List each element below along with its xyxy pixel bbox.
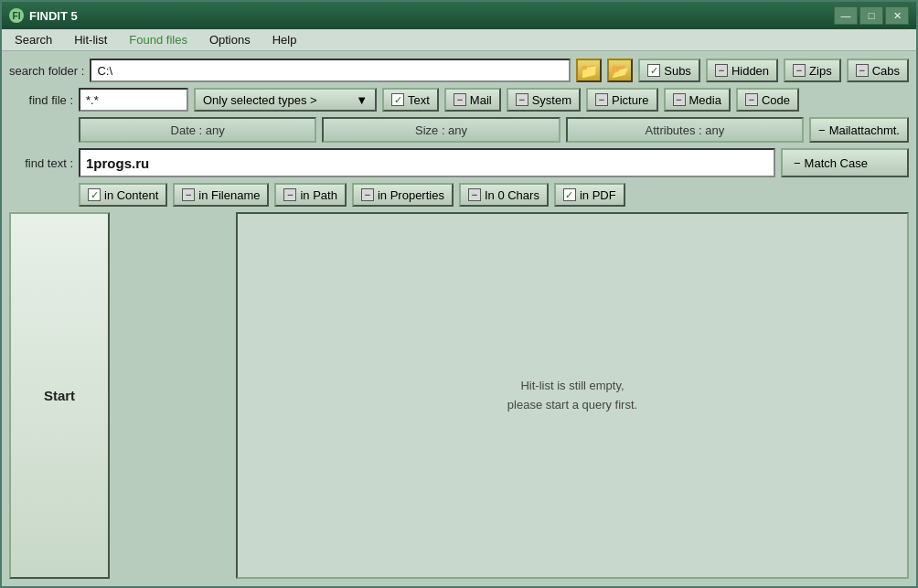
size-value: Size : any	[415, 123, 467, 137]
results-line1: Hit-list is still empty,	[507, 377, 637, 396]
app-icon: FI	[9, 8, 24, 23]
find-file-label: find file :	[9, 93, 73, 107]
code-btn[interactable]: − Code	[736, 88, 799, 112]
picture-btn-mark: −	[595, 93, 608, 106]
find-text-input[interactable]	[79, 148, 775, 177]
attributes-value: Attributes : any	[646, 123, 725, 137]
text-checkbox[interactable]: ✓ Text	[382, 88, 439, 112]
search-folder-input[interactable]	[90, 59, 571, 82]
in-content-label: in Content	[104, 188, 158, 202]
text-label: Text	[408, 93, 430, 107]
mail-attach-mark: −	[818, 123, 826, 137]
date-value: Date : any	[171, 123, 225, 137]
match-case-label: Match Case	[805, 156, 868, 170]
find-text-label: find text :	[9, 156, 73, 170]
menu-search[interactable]: Search	[5, 31, 61, 48]
cabs-checkbox[interactable]: − Cabs	[847, 59, 909, 82]
media-btn[interactable]: − Media	[664, 88, 731, 112]
zips-checkbox[interactable]: − Zips	[784, 59, 841, 82]
title-controls: — □ ✕	[834, 6, 909, 25]
in-filename-label: in Filename	[198, 188, 260, 202]
in-0chars-label: In 0 Chars	[485, 188, 539, 202]
dropdown-arrow: ▼	[356, 93, 368, 107]
find-file-row: find file : Only selected types > ▼ ✓ Te…	[9, 88, 909, 112]
match-case-btn[interactable]: − Match Case	[781, 148, 909, 177]
menu-help[interactable]: Help	[263, 31, 306, 48]
zips-checkbox-mark: −	[793, 64, 806, 77]
in-path-label: in Path	[300, 188, 336, 202]
results-area: Hit-list is still empty, please start a …	[236, 212, 909, 579]
cabs-checkbox-mark: −	[856, 64, 869, 77]
text-checkbox-mark: ✓	[391, 93, 404, 106]
content-area: search folder : 📁 📂 ✓ Subs − Hidden − Zi…	[2, 51, 916, 586]
in-content-checkbox[interactable]: ✓ in Content	[79, 183, 167, 207]
title-bar: FI FINDIT 5 — □ ✕	[2, 2, 916, 29]
menu-bar: Search Hit-list Found files Options Help	[2, 29, 916, 51]
in-path-btn[interactable]: − in Path	[274, 183, 346, 207]
open-folder-button[interactable]: 📁	[576, 59, 602, 82]
search-options-row: ✓ in Content − in Filename − in Path − i…	[9, 183, 909, 207]
mail-attach-label: Mailattachmt.	[829, 123, 900, 137]
hidden-checkbox[interactable]: − Hidden	[706, 59, 778, 82]
media-label: Media	[689, 93, 721, 107]
media-btn-mark: −	[673, 93, 686, 106]
title-bar-left: FI FINDIT 5	[9, 8, 78, 23]
subs-checkbox-mark: ✓	[647, 64, 660, 77]
in-properties-mark: −	[361, 188, 374, 201]
in-properties-label: in Properties	[378, 188, 444, 202]
start-button[interactable]: Start	[9, 212, 110, 579]
maximize-button[interactable]: □	[859, 6, 883, 25]
in-content-mark: ✓	[88, 188, 101, 201]
mail-btn-mark: −	[454, 93, 466, 106]
subs-checkbox[interactable]: ✓ Subs	[638, 59, 700, 82]
system-label: System	[532, 93, 571, 107]
in-pdf-checkbox[interactable]: ✓ in PDF	[554, 183, 625, 207]
system-btn-mark: −	[516, 93, 528, 106]
type-dropdown[interactable]: Only selected types > ▼	[194, 88, 377, 112]
find-file-input[interactable]	[79, 88, 188, 112]
in-filename-mark: −	[182, 188, 195, 201]
results-line2: please start a query first.	[507, 396, 637, 415]
cabs-label: Cabs	[872, 64, 900, 78]
system-btn[interactable]: − System	[507, 88, 581, 112]
main-window: FI FINDIT 5 — □ ✕ Search Hit-list Found …	[0, 0, 918, 588]
minimize-button[interactable]: —	[834, 6, 858, 25]
results-empty-message: Hit-list is still empty, please start a …	[507, 377, 637, 415]
search-folder-row: search folder : 📁 📂 ✓ Subs − Hidden − Zi…	[9, 59, 909, 82]
match-case-mark: −	[794, 156, 801, 170]
in-filename-btn[interactable]: − in Filename	[173, 183, 269, 207]
type-dropdown-label: Only selected types >	[203, 93, 317, 107]
hidden-checkbox-mark: −	[715, 64, 728, 77]
picture-label: Picture	[612, 93, 648, 107]
window-title: FINDIT 5	[29, 9, 78, 23]
menu-options[interactable]: Options	[200, 31, 260, 48]
mail-btn[interactable]: − Mail	[444, 88, 501, 112]
menu-foundfiles[interactable]: Found files	[120, 31, 197, 48]
mail-label: Mail	[470, 93, 492, 107]
find-text-row: find text : − Match Case	[9, 148, 909, 177]
in-properties-btn[interactable]: − in Properties	[352, 183, 454, 207]
picture-btn[interactable]: − Picture	[586, 88, 657, 112]
subs-label: Subs	[664, 64, 691, 78]
code-btn-mark: −	[745, 93, 758, 106]
in-pdf-mark: ✓	[563, 188, 576, 201]
menu-hitlist[interactable]: Hit-list	[65, 31, 116, 48]
hidden-label: Hidden	[731, 64, 769, 78]
in-0chars-btn[interactable]: − In 0 Chars	[459, 183, 549, 207]
close-button[interactable]: ✕	[885, 6, 909, 25]
size-section[interactable]: Size : any	[322, 117, 560, 143]
open-folder2-button[interactable]: 📂	[607, 59, 633, 82]
in-path-mark: −	[283, 188, 296, 201]
search-folder-label: search folder :	[9, 64, 84, 78]
in-pdf-label: in PDF	[580, 188, 616, 202]
date-section[interactable]: Date : any	[79, 117, 316, 143]
info-bar: Date : any Size : any Attributes : any −…	[9, 117, 909, 143]
zips-label: Zips	[809, 64, 832, 78]
attributes-section[interactable]: Attributes : any	[566, 117, 804, 143]
bottom-area: Start Hit-list is still empty, please st…	[9, 212, 909, 579]
code-label: Code	[762, 93, 790, 107]
in-0chars-mark: −	[468, 188, 481, 201]
mail-attach-btn[interactable]: − Mailattachmt.	[809, 117, 909, 143]
